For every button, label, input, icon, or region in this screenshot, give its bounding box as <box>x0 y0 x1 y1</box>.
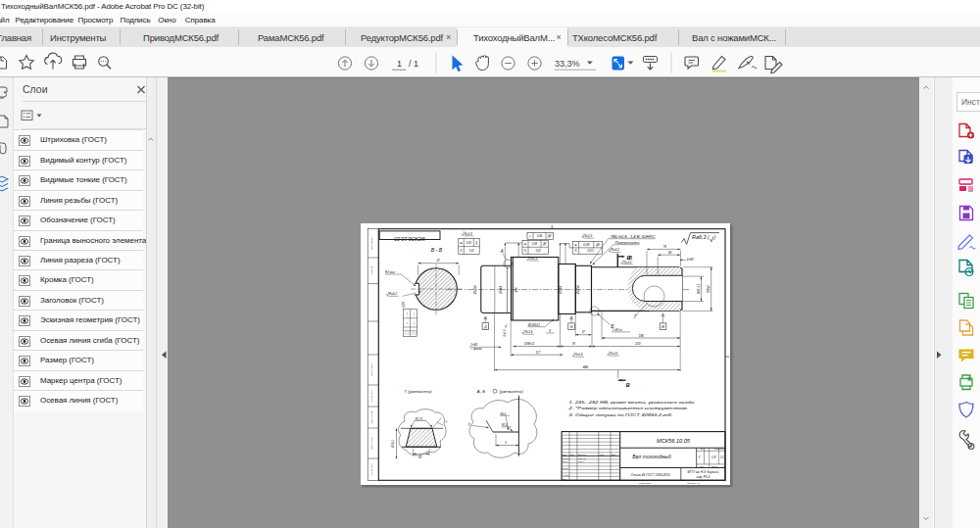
svg-text:196: 196 <box>638 334 644 338</box>
svg-text:У: У <box>698 456 701 459</box>
svg-text:МСК56.10.05: МСК56.10.05 <box>394 236 424 242</box>
svg-text:В: В <box>625 382 629 388</box>
svg-text:Вал тихоходный: Вал тихоходный <box>632 454 671 459</box>
svg-text:Утв.: Утв. <box>563 478 566 480</box>
svg-text:Б: Б <box>611 324 613 329</box>
svg-text:Ra1,6: Ra1,6 <box>503 329 507 336</box>
svg-text:Инв. № дубл.: Инв. № дубл. <box>370 389 372 402</box>
svg-text:5°: 5° <box>444 418 449 423</box>
svg-text:0,08: 0,08 <box>531 242 537 246</box>
svg-text:Дата: Дата <box>612 454 616 456</box>
svg-text:Ra1,9: Ra1,9 <box>465 232 472 236</box>
svg-text:Ж: Ж <box>660 325 664 329</box>
svg-text:Поверхность: Поверхность <box>614 241 639 245</box>
svg-text:108h11: 108h11 <box>523 342 534 346</box>
svg-text:Пров.: Пров. <box>563 460 567 462</box>
svg-text:56: 56 <box>667 251 671 255</box>
svg-text:0,01: 0,01 <box>468 249 474 253</box>
svg-text:Хорин Д.А.: Хорин Д.А. <box>577 457 587 459</box>
svg-text:Формат А3: Формат А3 <box>687 482 700 485</box>
svg-text:33,3%: 33,3% <box>555 58 580 68</box>
svg-text:Ra1,6: Ra1,6 <box>574 353 582 357</box>
svg-text:Подп. и дата: Подп. и дата <box>370 436 372 449</box>
svg-text:Инв. № подл.: Инв. № подл. <box>370 462 372 475</box>
svg-text:1:2: 1:2 <box>719 456 723 459</box>
svg-text:⊥: ⊥ <box>528 234 531 238</box>
svg-text:Сталь 45 ГОСТ 1050-2013: Сталь 45 ГОСТ 1050-2013 <box>630 473 669 477</box>
svg-text:2. *Размер обеспечивается инст: 2. *Размер обеспечивается инструментом. <box>567 406 688 410</box>
svg-text:ДЕ: ДЕ <box>546 234 551 238</box>
svg-text:28: 28 <box>416 456 421 459</box>
svg-text:R1,6: R1,6 <box>502 423 508 427</box>
svg-text:t1: t1 <box>405 321 407 324</box>
svg-text:R0,5: R0,5 <box>500 412 506 416</box>
svg-text:0,02: 0,02 <box>535 249 541 253</box>
svg-text:ДЕ: ДЕ <box>595 243 600 247</box>
svg-text:0,038: 0,038 <box>582 243 589 247</box>
svg-text:+ фаска: + фаска <box>470 347 481 351</box>
svg-text:8: 8 <box>549 329 551 333</box>
svg-text:78: 78 <box>571 342 575 346</box>
svg-text:⊕: ⊕ <box>460 241 463 245</box>
svg-text:Д: Д <box>474 241 477 245</box>
svg-text:0,04: 0,04 <box>536 234 542 238</box>
svg-text:1×45°вч: 1×45°вч <box>612 328 622 332</box>
svg-text:R1,75: R1,75 <box>415 417 422 421</box>
svg-text:Перв. примен.: Перв. примен. <box>370 236 372 250</box>
svg-text:А: А <box>499 249 503 254</box>
svg-text:446: 446 <box>582 365 588 369</box>
svg-text:37: 37 <box>581 330 585 334</box>
svg-text:Ø110к6: Ø110к6 <box>472 285 476 296</box>
svg-text:Ra1,9: Ra1,9 <box>529 257 537 261</box>
svg-text:ДЕ: ДЕ <box>541 242 546 246</box>
svg-text:(увеличено): (увеличено) <box>499 389 523 394</box>
svg-text:/ 1: / 1 <box>409 58 418 68</box>
svg-text:117: 117 <box>535 351 540 355</box>
svg-text:N: N <box>574 249 576 253</box>
svg-text:4×45°: 4×45° <box>686 258 695 262</box>
svg-text:Листов: Листов <box>711 465 717 467</box>
svg-text:⊕: ⊕ <box>523 242 526 246</box>
svg-text:№ докум.: № докум. <box>578 454 587 456</box>
svg-text:Ra6,3 (: Ra6,3 ( <box>692 234 710 240</box>
svg-text:Т.контр.: Т.контр. <box>563 467 569 469</box>
svg-text:Г: Г <box>634 314 637 319</box>
svg-text:Подп. и дата: Подп. и дата <box>370 362 372 375</box>
svg-text:): ) <box>712 234 715 240</box>
svg-text:каф. РК-3: каф. РК-3 <box>696 475 710 479</box>
svg-text:М42×1,5: М42×1,5 <box>697 283 701 294</box>
svg-text:16Р9: 16Р9 <box>401 301 405 308</box>
svg-text:Ø60к6: Ø60к6 <box>707 285 710 294</box>
svg-text:Д: Д <box>483 325 487 329</box>
svg-text:0,03: 0,03 <box>466 241 471 245</box>
svg-text:Копировал: Копировал <box>638 482 651 485</box>
svg-text:Ø60: Ø60 <box>514 287 518 294</box>
svg-text:2,97: 2,97 <box>710 456 716 459</box>
svg-text:N: N <box>460 249 462 253</box>
svg-text:0,18: 0,18 <box>405 312 408 316</box>
svg-text:1: 1 <box>722 465 723 467</box>
svg-text:⊕: ⊕ <box>574 243 577 247</box>
svg-text:Ra1,6: Ra1,6 <box>524 330 532 334</box>
svg-text:Взам. инв. №: Взам. инв. № <box>370 410 372 423</box>
svg-text:Лист: Лист <box>569 454 573 456</box>
svg-text:В - В: В - В <box>430 247 442 253</box>
svg-text:97: 97 <box>436 259 440 263</box>
svg-text:Разраб.: Разраб. <box>563 457 569 459</box>
svg-text:78: 78 <box>662 245 666 249</box>
svg-text:Е: Е <box>569 325 572 329</box>
svg-text:210: 210 <box>634 342 641 346</box>
svg-text:5,5: 5,5 <box>412 321 415 325</box>
svg-text:Ra1,9: Ra1,9 <box>623 261 631 264</box>
svg-text:Ra0,2: Ra0,2 <box>611 248 618 252</box>
svg-text:R2 мах: R2 мах <box>385 270 395 274</box>
svg-text:МГТУ им. Н.Э. Баумана: МГТУ им. Н.Э. Баумана <box>687 470 718 474</box>
svg-text:3. Общие допуски по ГОСТ 30893: 3. Общие допуски по ГОСТ 30893.2-тК. <box>568 412 672 417</box>
svg-text:Рудин А.: Рудин А. <box>577 460 585 462</box>
svg-text:Н.контр.: Н.контр. <box>563 474 570 476</box>
svg-text:Лит.: Лит. <box>700 448 704 450</box>
svg-text:Ø110к6: Ø110к6 <box>576 285 580 296</box>
svg-text:Г (увеличено): Г (увеличено) <box>404 389 431 394</box>
svg-text:Ø58,5: Ø58,5 <box>390 440 394 449</box>
svg-text:Ra1,9: Ra1,9 <box>584 234 592 238</box>
